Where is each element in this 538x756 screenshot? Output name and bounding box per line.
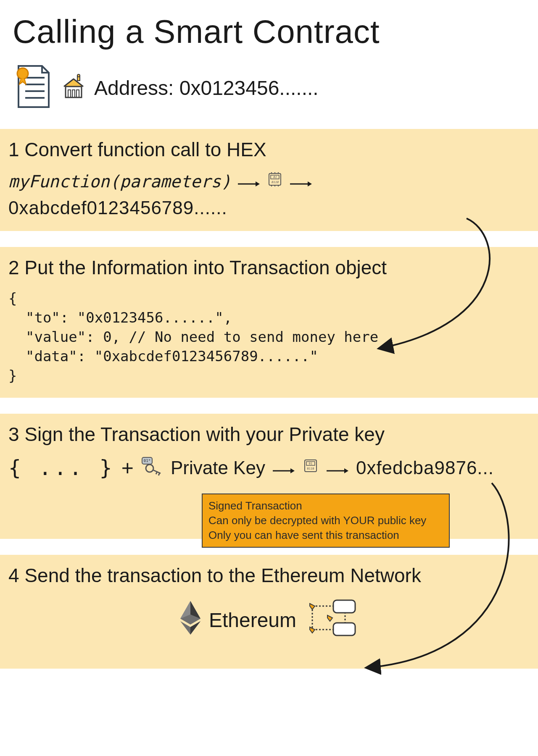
arrow-icon: [289, 172, 313, 191]
ethereum-logo-icon: [179, 599, 202, 641]
svg-point-25: [146, 465, 153, 472]
note-line-1: Signed Transaction: [208, 499, 443, 513]
arrow-icon: [272, 457, 295, 478]
step-3-heading: 3 Sign the Transaction with your Private…: [8, 423, 528, 446]
hex-output-text: 0xabcdef0123456789......: [8, 197, 227, 218]
note-line-3: Only you can have sent this transaction: [208, 528, 443, 543]
svg-text:01*: 01*: [144, 459, 150, 463]
step-4-heading: 4 Send the transaction to the Ethereum N…: [8, 564, 528, 587]
address-label: Address: 0x0123456.......: [94, 76, 319, 100]
house-icon: [61, 74, 87, 102]
binary-chip-icon: 01 0110: [266, 171, 283, 192]
tx-object-braces: { ... }: [8, 456, 115, 480]
step-4-panel: 4 Send the transaction to the Ethereum N…: [0, 555, 538, 669]
network-nodes-icon: [303, 597, 358, 643]
svg-point-4: [17, 68, 28, 79]
svg-text:0110: 0110: [271, 181, 279, 184]
note-line-2: Can only be decrypted with YOUR public k…: [208, 513, 443, 528]
svg-rect-47: [333, 600, 355, 613]
svg-line-28: [158, 473, 160, 475]
step-2-panel: 2 Put the Information into Transaction o…: [0, 247, 538, 398]
plus-icon: +: [121, 456, 134, 480]
arrow-icon: [237, 172, 261, 191]
signed-hex-text: 0xfedcba9876...: [356, 457, 494, 478]
contract-address-row: Address: 0x0123456.......: [0, 59, 538, 129]
step-1-heading: 1 Convert function call to HEX: [8, 138, 528, 161]
svg-text:01: 01: [273, 176, 277, 179]
transaction-json-code: { "to": "0x0123456......", "value": 0, /…: [8, 289, 528, 385]
svg-rect-48: [333, 623, 355, 635]
private-key-icon: 01*: [140, 456, 164, 480]
function-call-text: myFunction(parameters): [8, 172, 231, 191]
step-2-heading: 2 Put the Information into Transaction o…: [8, 256, 528, 279]
svg-marker-45: [310, 627, 315, 633]
contract-document-icon: [13, 63, 53, 112]
ethereum-label: Ethereum: [209, 609, 296, 632]
step-1-panel: 1 Convert function call to HEX myFunctio…: [0, 129, 538, 231]
svg-text:01: 01: [309, 462, 312, 465]
binary-chip-icon: 01 0110: [302, 457, 319, 478]
page-title: Calling a Smart Contract: [0, 0, 538, 59]
svg-marker-44: [310, 604, 315, 609]
svg-point-10: [77, 74, 80, 77]
svg-text:0110: 0110: [307, 467, 314, 470]
arrow-icon: [326, 457, 349, 478]
private-key-label: Private Key: [171, 457, 265, 478]
svg-marker-46: [327, 615, 332, 621]
signed-tx-note: Signed Transaction Can only be decrypted…: [202, 494, 450, 548]
